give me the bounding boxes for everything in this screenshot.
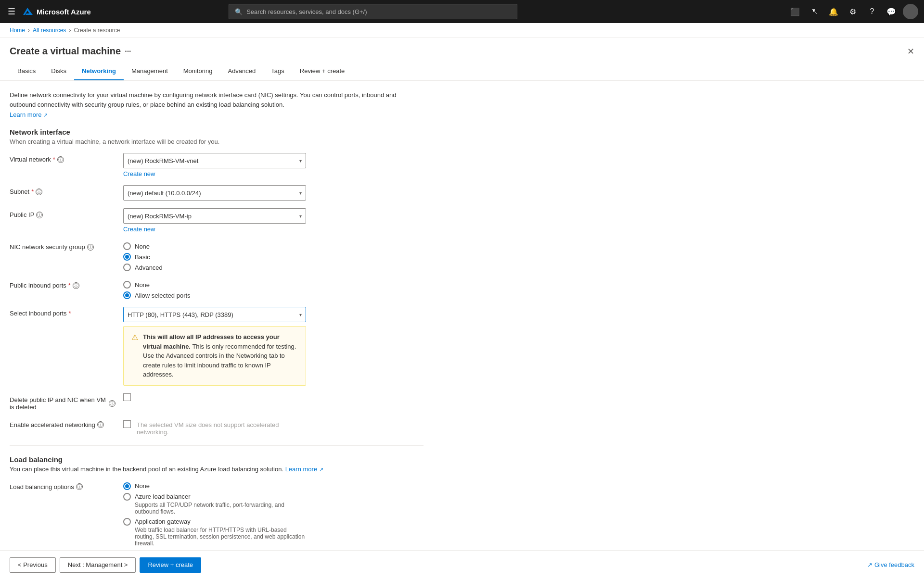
lb-option-azure: Azure load balancer Supports all TCP/UDP… — [123, 493, 306, 515]
load-balancing-learn-more[interactable]: Learn more — [285, 466, 317, 473]
menu-icon[interactable]: ☰ — [6, 4, 17, 19]
virtual-network-label: Virtual network * ⓘ — [10, 153, 116, 163]
lb-option-gateway: Application gateway Web traffic load bal… — [123, 518, 306, 547]
inbound-none-circle — [123, 281, 131, 289]
lb-none-item[interactable]: None — [123, 482, 306, 490]
vnet-create-new[interactable]: Create new — [123, 170, 155, 177]
notifications-icon[interactable]: 🔔 — [826, 4, 841, 19]
virtual-network-dropdown[interactable]: (new) RockRMS-VM-vnet ▾ — [123, 153, 306, 168]
feedback-label: Give feedback — [874, 561, 914, 568]
settings-icon[interactable]: ⚙ — [845, 4, 860, 19]
inbound-allow-selected[interactable]: Allow selected ports — [123, 291, 306, 299]
next-button[interactable]: Next : Management > — [60, 557, 136, 573]
network-interface-desc: When creating a virtual machine, a netwo… — [10, 138, 424, 145]
learn-more-link-top[interactable]: Learn more — [10, 111, 41, 118]
lb-options-info-icon[interactable]: ⓘ — [76, 483, 83, 490]
inbound-allow-circle — [123, 291, 131, 299]
breadcrumb-sep-1: › — [28, 27, 30, 34]
search-box[interactable]: 🔍 — [229, 4, 517, 19]
tab-management[interactable]: Management — [124, 63, 176, 80]
tab-review-create[interactable]: Review + create — [292, 63, 353, 80]
nic-nsg-none[interactable]: None — [123, 242, 306, 250]
public-ip-value: (new) RockRMS-VM-ip — [128, 213, 192, 220]
feedback-icon[interactable]: ⭶ — [807, 4, 822, 19]
inbound-none[interactable]: None — [123, 281, 306, 289]
inbound-ports-radio-group: None Allow selected ports — [123, 279, 306, 299]
nic-nsg-info-icon[interactable]: ⓘ — [87, 244, 94, 251]
section-divider — [10, 445, 424, 446]
load-balancing-options-label: Load balancing options ⓘ — [10, 480, 116, 491]
select-inbound-dropdown[interactable]: HTTP (80), HTTPS (443), RDP (3389) ▾ — [123, 307, 306, 322]
public-inbound-control: None Allow selected ports — [123, 279, 306, 299]
help-icon[interactable]: ? — [864, 4, 880, 19]
tab-advanced[interactable]: Advanced — [220, 63, 263, 80]
feedback-link[interactable]: ↗ Give feedback — [867, 561, 914, 568]
delete-ip-info-icon[interactable]: ⓘ — [109, 400, 116, 407]
subnet-info-icon[interactable]: ⓘ — [36, 189, 42, 195]
lb-azure-item[interactable]: Azure load balancer — [123, 493, 306, 501]
lb-azure-sub: Supports all TCP/UDP network traffic, po… — [135, 502, 306, 515]
lb-option-none: None — [123, 482, 306, 490]
user-avatar[interactable] — [903, 4, 918, 19]
nic-nsg-basic[interactable]: Basic — [123, 253, 306, 261]
subnet-control: (new) default (10.0.0.0/24) ▾ — [123, 185, 306, 201]
public-ip-dropdown-arrow: ▾ — [299, 214, 302, 219]
subnet-dropdown[interactable]: (new) default (10.0.0.0/24) ▾ — [123, 185, 306, 201]
public-ip-info-icon[interactable]: ⓘ — [36, 212, 43, 218]
previous-button[interactable]: < Previous — [10, 557, 56, 573]
accel-info-icon[interactable]: ⓘ — [97, 421, 104, 428]
app-logo: Microsoft Azure — [23, 7, 91, 16]
tab-tags[interactable]: Tags — [263, 63, 292, 80]
panel-more-button[interactable]: ··· — [125, 47, 131, 56]
svg-marker-1 — [23, 8, 33, 15]
vnet-required-star: * — [53, 156, 55, 163]
networking-content: Define network connectivity for your vir… — [0, 81, 433, 579]
lb-none-label: None — [135, 482, 150, 490]
search-input[interactable] — [246, 8, 511, 15]
accelerated-networking-label: Enable accelerated networking ⓘ — [10, 418, 116, 428]
panel-title-group: Create a virtual machine ··· — [10, 46, 131, 57]
public-ip-dropdown[interactable]: (new) RockRMS-VM-ip ▾ — [123, 208, 306, 224]
topbar-icons: ⬛ ⭶ 🔔 ⚙ ? 💬 — [787, 4, 918, 19]
select-inbound-required-star: * — [69, 310, 71, 317]
create-vm-panel: Create a virtual machine ··· ✕ Basics Di… — [0, 38, 924, 579]
lb-options-radio-group: None Azure load balancer Supports all TC… — [123, 480, 306, 547]
vnet-info-icon[interactable]: ⓘ — [57, 156, 64, 163]
select-inbound-label: Select inbound ports * — [10, 307, 116, 317]
tab-monitoring[interactable]: Monitoring — [176, 63, 220, 80]
warning-icon: ⚠ — [131, 333, 138, 342]
breadcrumb-home[interactable]: Home — [10, 27, 25, 34]
select-inbound-arrow: ▾ — [299, 312, 302, 317]
inbound-info-icon[interactable]: ⓘ — [73, 282, 79, 289]
nic-nsg-basic-circle — [123, 253, 131, 261]
close-button[interactable]: ✕ — [907, 46, 914, 57]
nic-nsg-radio-group: None Basic Advanced — [123, 240, 306, 271]
accelerated-networking-checkbox[interactable] — [123, 418, 131, 428]
virtual-network-row: Virtual network * ⓘ (new) RockRMS-VM-vne… — [10, 153, 424, 177]
tab-disks[interactable]: Disks — [43, 63, 74, 80]
breadcrumb-all-resources[interactable]: All resources — [33, 27, 66, 34]
vnet-control: (new) RockRMS-VM-vnet ▾ Create new — [123, 153, 306, 177]
tab-basics[interactable]: Basics — [10, 63, 43, 80]
chat-icon[interactable]: 💬 — [884, 4, 899, 19]
select-inbound-control: HTTP (80), HTTPS (443), RDP (3389) ▾ ⚠ T… — [123, 307, 306, 386]
load-balancing-title: Load balancing — [10, 455, 424, 464]
azure-icon — [23, 7, 33, 16]
lb-gateway-item[interactable]: Application gateway — [123, 518, 306, 526]
tab-networking[interactable]: Networking — [74, 63, 124, 80]
nic-nsg-none-circle — [123, 242, 131, 250]
inbound-warning-box: ⚠ This will allow all IP addresses to ac… — [123, 326, 306, 386]
feedback-icon: ↗ — [867, 561, 873, 568]
accelerated-networking-control: The selected VM size does not support ac… — [123, 418, 306, 436]
page-wrapper: Home › All resources › Create a resource… — [0, 0, 924, 579]
network-interface-title: Network interface — [10, 128, 424, 136]
public-ip-create-new[interactable]: Create new — [123, 226, 155, 233]
cloud-shell-icon[interactable]: ⬛ — [787, 4, 803, 19]
inbound-required-star: * — [68, 282, 71, 289]
delete-public-ip-checkbox[interactable] — [123, 393, 306, 401]
networking-description: Define network connectivity for your vir… — [10, 90, 424, 109]
review-create-button[interactable]: Review + create — [140, 557, 201, 573]
nic-nsg-advanced[interactable]: Advanced — [123, 264, 306, 271]
external-link-icon-lb: ↗ — [319, 466, 323, 472]
breadcrumb: Home › All resources › Create a resource — [0, 23, 924, 38]
